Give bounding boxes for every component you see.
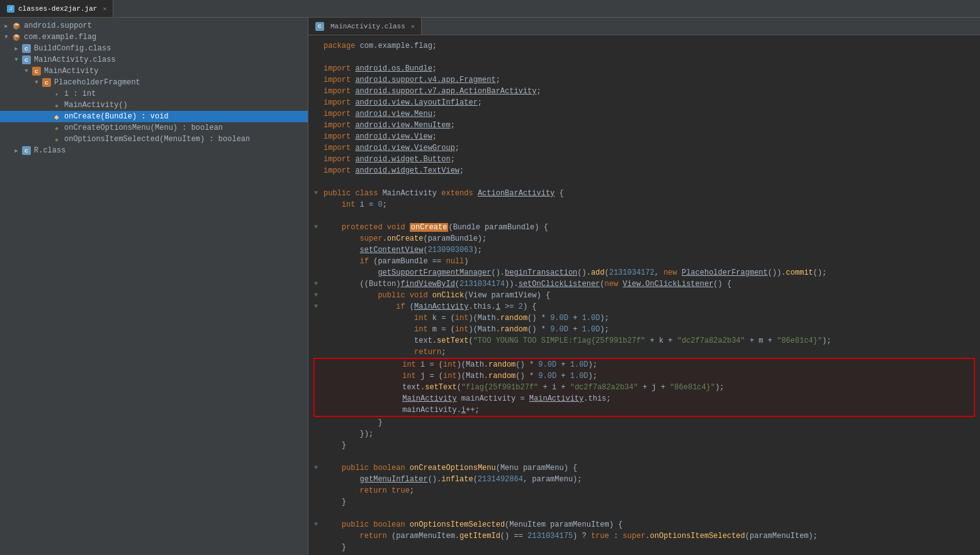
highlight-block: int i = (int)(Math.random() * 9.0D + 1.0… — [313, 358, 975, 417]
code-line: ▼ public class MainActivity extends Acti… — [308, 188, 980, 199]
class-icon: C — [42, 77, 52, 88]
code-line: import android.os.Bundle; — [308, 63, 980, 74]
code-editor[interactable]: package com.example.flag; import android… — [308, 35, 980, 555]
code-line: return (paramMenuItem.getItemId() == 213… — [308, 530, 980, 542]
no-arrow — [43, 113, 50, 120]
jar-tab[interactable]: J classes-dex2jar.jar ✕ — [0, 0, 113, 17]
jar-tab-label: classes-dex2jar.jar — [18, 5, 97, 13]
code-line: int i = (int)(Math.random() * 9.0D + 1.0… — [315, 359, 974, 370]
code-line: setContentView(2130903063); — [308, 244, 980, 256]
code-line — [308, 176, 980, 188]
tree-item-com-example-flag[interactable]: ▼ 📦 com.example.flag — [0, 31, 308, 43]
code-line: ▼ public boolean onCreateOptionsMenu(Men… — [308, 462, 980, 474]
jar-tab-close[interactable]: ✕ — [103, 5, 106, 13]
expand-arrow: ▼ — [33, 79, 40, 86]
expand-arrow: ▶ — [13, 45, 20, 52]
code-line: MainActivity mainActivity = MainActivity… — [315, 393, 974, 404]
no-arrow — [43, 135, 50, 143]
no-arrow — [43, 90, 50, 98]
tree-label: MainActivity.class — [34, 55, 116, 64]
code-tab-bar: C MainActivity.class ✕ — [308, 18, 980, 35]
file-tree-panel: ▶ 📦 android.support ▼ 📦 com.example.flag… — [0, 18, 308, 555]
tree-label: onCreate(Bundle) : void — [64, 112, 169, 121]
tree-label: R.class — [34, 146, 65, 155]
tree-item-placeholder-fragment[interactable]: ▼ C PlaceholderFragment — [0, 77, 308, 88]
code-line: import android.support.v7.app.ActionBarA… — [308, 86, 980, 97]
code-line — [308, 508, 980, 519]
tree-item-field-i[interactable]: ▪ i : int — [0, 88, 308, 100]
class-icon: C — [21, 146, 31, 156]
expand-arrow: ▶ — [3, 22, 10, 30]
method-icon: ● — [52, 123, 62, 133]
code-line: ▼ if (MainActivity.this.i >= 2) { — [308, 301, 980, 312]
tree-label: PlaceholderFragment — [54, 78, 140, 87]
code-line: ▼ public void onClick(View param1View) { — [308, 290, 980, 301]
tree-item-mainactivity[interactable]: ▼ C MainActivity — [0, 66, 308, 77]
code-tab-mainactivity[interactable]: C MainActivity.class ✕ — [308, 18, 422, 35]
tree-item-method-constructor[interactable]: ● MainActivity() — [0, 100, 308, 111]
code-line: int k = (int)(Math.random() * 9.0D + 1.0… — [308, 312, 980, 324]
field-icon: ▪ — [52, 89, 62, 99]
method-icon: ◆ — [52, 112, 62, 122]
code-line: if (paramBundle == null) — [308, 256, 980, 267]
code-line — [308, 52, 980, 63]
tree-label: android.support — [24, 21, 92, 30]
right-container: C MainActivity.class ✕ package com.examp… — [308, 18, 980, 555]
tree-item-buildconfig[interactable]: ▶ C BuildConfig.class — [0, 43, 308, 54]
code-line: import android.view.ViewGroup; — [308, 142, 980, 154]
main-tab-bar: J classes-dex2jar.jar ✕ — [0, 0, 980, 18]
tree-item-android-support[interactable]: ▶ 📦 android.support — [0, 20, 308, 31]
code-line — [308, 210, 980, 222]
code-line: } — [308, 496, 980, 508]
code-line: int j = (int)(Math.random() * 9.0D + 1.0… — [315, 370, 974, 382]
code-line: } — [308, 417, 980, 428]
code-line: return true; — [308, 485, 980, 496]
code-line: import android.widget.Button; — [308, 154, 980, 165]
tree-item-mainactivity-class[interactable]: ▼ C MainActivity.class — [0, 54, 308, 66]
package-icon: 📦 — [11, 32, 21, 42]
code-line: getSupportFragmentManager().beginTransac… — [308, 267, 980, 278]
code-line: int i = 0; — [308, 199, 980, 210]
code-line: } — [308, 440, 980, 451]
code-line: import android.view.MenuItem; — [308, 120, 980, 131]
code-line: ▼ ((Button)findViewById(2131034174)).set… — [308, 278, 980, 290]
code-line: return; — [308, 346, 980, 358]
code-line: import android.view.View; — [308, 131, 980, 142]
code-line: super.onCreate(paramBundle); — [308, 233, 980, 244]
code-tab-close[interactable]: ✕ — [411, 23, 415, 30]
tree-item-rclass[interactable]: ▶ C R.class — [0, 145, 308, 156]
code-content: package com.example.flag; import android… — [308, 35, 980, 555]
code-line: text.setText("flag{25f991b27f" + i + "dc… — [315, 382, 974, 393]
code-line: text.setText("TOO YOUNG TOO SIMPLE:flag{… — [308, 335, 980, 346]
code-line: mainActivity.i++; — [315, 404, 974, 416]
class-icon: C — [21, 43, 31, 54]
code-line: } — [308, 542, 980, 553]
code-line: package com.example.flag; — [308, 40, 980, 52]
code-line: }); — [308, 428, 980, 440]
code-line — [308, 451, 980, 462]
code-line: ▼ public boolean onOptionsItemSelected(M… — [308, 519, 980, 530]
no-arrow — [43, 101, 50, 109]
package-icon: 📦 — [11, 21, 21, 31]
class-icon: C — [315, 21, 325, 31]
expand-arrow: ▼ — [13, 56, 20, 64]
tree-label: onCreateOptionsMenu(Menu) : boolean — [64, 123, 223, 132]
tree-item-method-oncreateoptionsmenu[interactable]: ● onCreateOptionsMenu(Menu) : boolean — [0, 122, 308, 134]
expand-arrow: ▼ — [3, 33, 10, 41]
tree-item-method-onoptionsitemselected[interactable]: ● onOptionsItemSelected(MenuItem) : bool… — [0, 134, 308, 145]
code-tab-label: MainActivity.class — [330, 23, 405, 30]
expand-arrow: ▶ — [13, 147, 20, 154]
class-icon: C — [31, 66, 42, 76]
jar-icon: J — [6, 4, 15, 13]
tree-label: MainActivity — [44, 67, 98, 76]
no-arrow — [43, 124, 50, 132]
code-line: import android.support.v4.app.Fragment; — [308, 74, 980, 86]
tree-label: BuildConfig.class — [34, 44, 111, 53]
code-line: import android.view.LayoutInflater; — [308, 97, 980, 108]
class-icon: C — [21, 55, 31, 65]
tree-item-method-oncreate[interactable]: ◆ onCreate(Bundle) : void — [0, 111, 308, 122]
method-icon: ● — [52, 100, 62, 110]
code-line: import android.view.Menu; — [308, 108, 980, 120]
method-icon: ● — [52, 134, 62, 144]
tree-label: com.example.flag — [24, 33, 96, 42]
